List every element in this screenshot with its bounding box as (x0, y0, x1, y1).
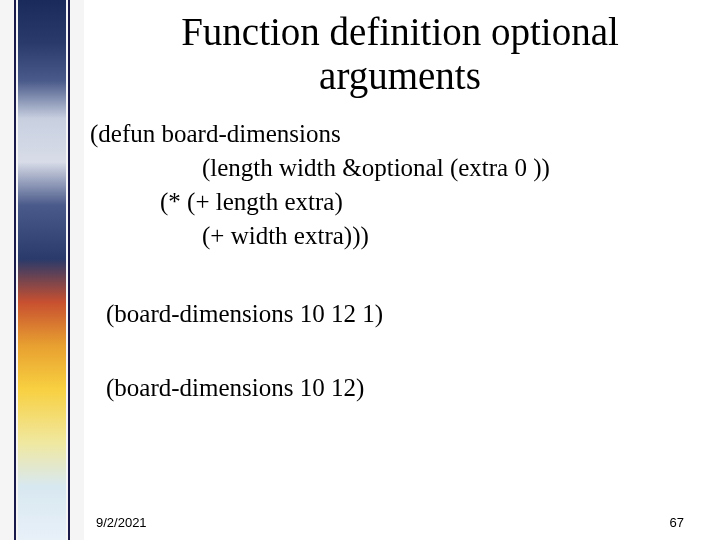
call-example-2: (board-dimensions 10 12) (106, 371, 710, 405)
sidebar-line-right (68, 0, 70, 540)
code-line-1: (defun board-dimensions (90, 117, 710, 151)
code-line-3: (* (+ length extra) (160, 185, 710, 219)
code-line-4: (+ width extra))) (202, 219, 710, 253)
code-line-2: (length width &optional (extra 0 )) (202, 151, 710, 185)
slide-body: (defun board-dimensions (length width &o… (90, 117, 710, 405)
sidebar-gradient-band (18, 0, 66, 540)
footer-date: 9/2/2021 (96, 515, 147, 530)
sidebar-line-left (14, 0, 16, 540)
content-area: Function definition optional arguments (… (90, 0, 710, 540)
slide-title: Function definition optional arguments (90, 10, 710, 97)
sidebar-decoration (0, 0, 84, 540)
call-example-1: (board-dimensions 10 12 1) (106, 297, 710, 331)
footer-page-number: 67 (670, 515, 684, 530)
